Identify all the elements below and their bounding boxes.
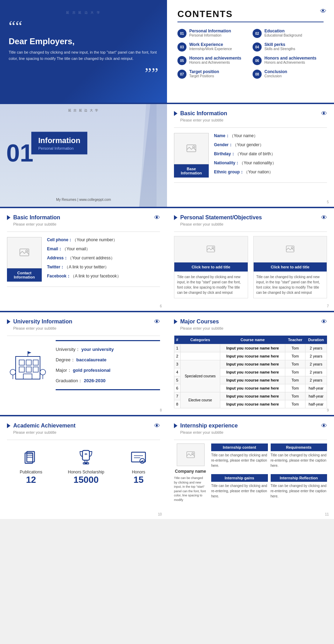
statement-card-text: Title can be changed by clicking and new… bbox=[174, 272, 248, 298]
cover-panel: 延 吉 延 边 大 学 ““ Dear Employers, Title can… bbox=[0, 0, 167, 103]
achievement-label: Publications bbox=[20, 470, 42, 474]
section-arrow-internship-icon bbox=[174, 423, 177, 428]
course-teacher-cell: Tom bbox=[285, 344, 305, 352]
statement-title: Personal Statement/Objectives bbox=[180, 214, 262, 221]
contact-field-row: Email：（Your email） bbox=[47, 246, 160, 252]
statement-photo bbox=[174, 236, 248, 262]
university-panel: University Information Please enter your… bbox=[0, 312, 167, 415]
internship-box: Internship content Title can be changed … bbox=[211, 443, 268, 471]
contents-item: 05 Honors and achievements Honors and Ac… bbox=[177, 56, 248, 65]
course-name-cell: Input you rcourse name here bbox=[220, 376, 285, 384]
contact-field-row: Facebook：（A link to your facebook） bbox=[47, 273, 160, 279]
contents-item-title: Skill perks bbox=[264, 42, 295, 47]
course-num-cell: 2 bbox=[174, 352, 181, 360]
section-arrow-icon bbox=[174, 111, 177, 116]
course-category-cell bbox=[180, 344, 220, 352]
uni-field-label: Degree： bbox=[56, 357, 75, 362]
contact-field-value: （Your current address） bbox=[68, 256, 115, 260]
achievement-value: 12 bbox=[20, 474, 42, 485]
field-value: （Your name） bbox=[230, 133, 258, 138]
statement-card-title[interactable]: Click here to add title bbox=[254, 262, 327, 272]
contact-field-label: Email： bbox=[47, 246, 62, 251]
field-label: Ethnic group： bbox=[214, 170, 244, 174]
statement-card-title[interactable]: Click here to add title bbox=[174, 262, 248, 272]
statement-header: Personal Statement/Objectives bbox=[174, 214, 327, 221]
basic-info-subtitle: Please enter your subtitle bbox=[180, 118, 327, 122]
contact-header: Basic Information bbox=[7, 214, 160, 221]
contents-item-sub: Personal Information bbox=[189, 33, 231, 37]
uni-top-divider bbox=[56, 340, 160, 341]
contents-item-sub: Honors and Achievements bbox=[189, 61, 241, 64]
svg-rect-9 bbox=[19, 360, 24, 365]
contents-item: 02 Education Educational Background bbox=[253, 29, 324, 38]
info-slide-title[interactable]: Information bbox=[38, 136, 80, 145]
contact-field-value: （Your email） bbox=[62, 246, 90, 251]
course-teacher-cell: Tom bbox=[285, 352, 305, 360]
uni-building-icon bbox=[7, 348, 49, 383]
info-slide-subtitle: Personal Information bbox=[38, 146, 80, 150]
photo-label: BaseInformation bbox=[174, 164, 209, 178]
uni-title: University Information bbox=[13, 319, 72, 325]
basic-field-row: Name：（Your name） bbox=[214, 133, 327, 139]
eye-icon-basic: 👁 bbox=[321, 110, 327, 117]
basic-info-header: Basic Information bbox=[174, 110, 327, 117]
contents-num: 03 bbox=[177, 42, 186, 52]
page-number-contact: 6 bbox=[160, 304, 162, 308]
course-num-cell: 8 bbox=[174, 400, 181, 408]
contents-item-sub: Skills and Strengths bbox=[264, 47, 295, 51]
basic-field-row: Nationality：（Your nationality） bbox=[214, 160, 327, 166]
info-slide-website: My Resumes | www.collegeppt.com bbox=[0, 198, 167, 202]
uni-field-label: Major： bbox=[56, 368, 72, 373]
contents-item-title: Target position bbox=[189, 69, 219, 74]
cover-title[interactable]: Dear Employers, bbox=[9, 37, 158, 46]
course-num-cell: 7 bbox=[174, 392, 181, 400]
course-col-header: Course name bbox=[220, 336, 285, 344]
intern-box-title: Internship Reflection bbox=[271, 474, 327, 482]
course-duration-cell: 2 years bbox=[305, 352, 327, 360]
contents-divider bbox=[177, 22, 324, 22]
statement-card: Click here to add title Title can be cha… bbox=[253, 236, 327, 298]
svg-rect-11 bbox=[33, 360, 38, 365]
statement-card-text: Title can be changed by clicking and new… bbox=[254, 272, 327, 298]
course-name-cell: Input you rcourse name here bbox=[220, 360, 285, 368]
contents-item-title: Work Experience bbox=[189, 42, 232, 47]
uni-content: University： your universityDegree： bacca… bbox=[7, 340, 160, 390]
course-duration-cell: half-year bbox=[305, 392, 327, 400]
contents-num: 08 bbox=[253, 70, 262, 79]
uni-field-label: Graduation： bbox=[56, 378, 82, 383]
contents-item: 08 Conclusion Conclusion bbox=[253, 69, 324, 79]
photo-placeholder bbox=[174, 133, 209, 164]
contents-item-title: Honors and achievements bbox=[264, 56, 316, 61]
internship-image-icon bbox=[186, 450, 195, 460]
divider-internship bbox=[174, 440, 327, 440]
achievement-item: Honors Scholarship 15000 bbox=[68, 449, 104, 485]
course-num-cell: 5 bbox=[174, 376, 181, 384]
eye-icon-internship: 👁 bbox=[321, 423, 327, 430]
svg-point-18 bbox=[10, 369, 16, 375]
courses-subtitle: Please enter your subtitle bbox=[180, 326, 327, 330]
contact-field-row: Cell phone：（Your phone number） bbox=[47, 237, 160, 243]
internship-box: Internship gains Title can be changed by… bbox=[211, 474, 268, 502]
quote-close-icon: ”” bbox=[9, 64, 158, 82]
field-value: （Your gender） bbox=[233, 142, 264, 147]
course-num-cell: 4 bbox=[174, 368, 181, 376]
contact-field-row: Twitter：（A link to your twitter） bbox=[47, 264, 160, 270]
cover-watermark: 延 吉 延 边 大 学 bbox=[9, 10, 158, 15]
info-watermark: 延 吉 延 边 大 学 bbox=[0, 104, 167, 113]
eye-icon-uni: 👁 bbox=[154, 319, 160, 325]
course-teacher-cell: Tom bbox=[285, 400, 305, 408]
contents-item-title: Honors and achievements bbox=[189, 56, 241, 61]
contact-fields: Cell phone：（Your phone number）Email：（You… bbox=[47, 237, 160, 282]
contact-field-label: Twitter： bbox=[47, 265, 64, 269]
uni-field-value: gold professional bbox=[73, 368, 110, 373]
achievement-value: 15000 bbox=[68, 474, 104, 485]
eye-icon-contact: 👁 bbox=[154, 214, 160, 221]
personal-statement-panel: Personal Statement/Objectives Please ent… bbox=[167, 208, 334, 311]
course-col-header: Duration bbox=[305, 336, 327, 344]
basic-field-row: Ethnic group：（Your nation） bbox=[214, 169, 327, 175]
field-label: Gender： bbox=[214, 142, 233, 147]
course-category-cell bbox=[180, 352, 220, 360]
courses-header: Major Courses bbox=[174, 319, 327, 325]
course-col-header: Teacher bbox=[285, 336, 305, 344]
section-arrow-contact-icon bbox=[7, 215, 10, 220]
